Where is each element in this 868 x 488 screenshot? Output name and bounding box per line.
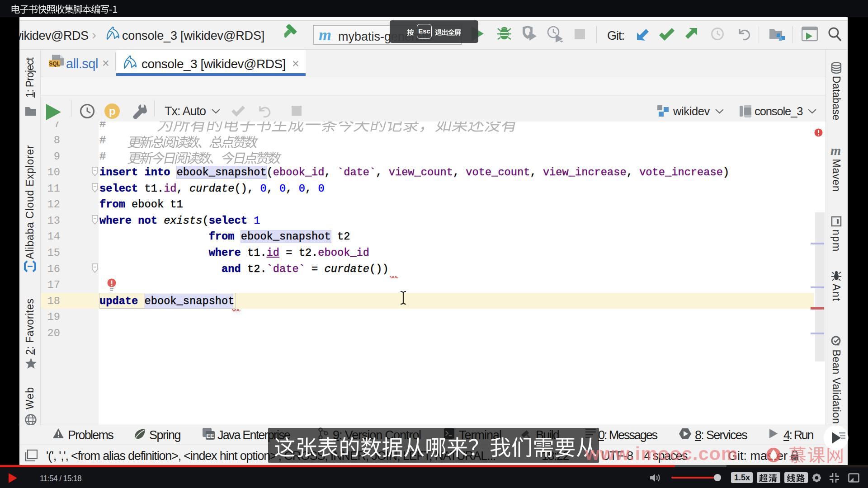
svg-text:EE: EE [206, 432, 214, 439]
svg-text:SQL: SQL [49, 61, 60, 67]
